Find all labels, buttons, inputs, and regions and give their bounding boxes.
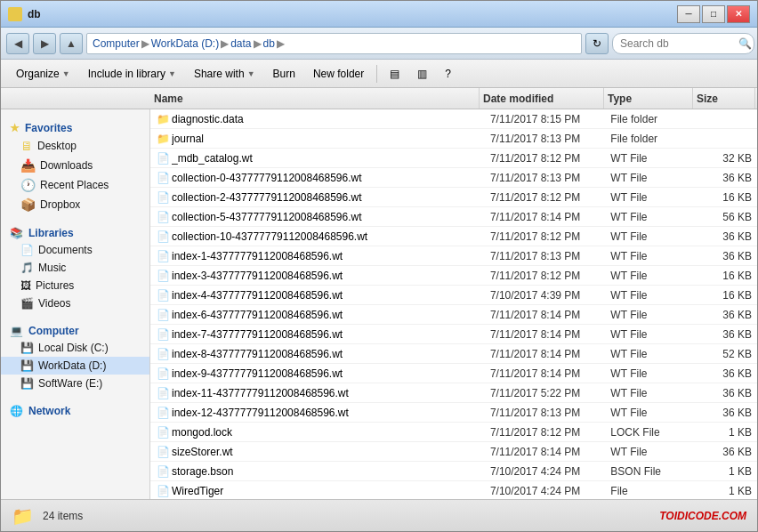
- file-row[interactable]: 📄collection-2-4377777911200846​8596.wt7/…: [150, 188, 757, 207]
- file-size: 36 KB: [697, 230, 757, 243]
- network-icon: 🌐: [10, 405, 23, 417]
- file-date: 7/11/2017 8:14 PM: [490, 446, 610, 458]
- include-library-chevron: ▼: [168, 69, 176, 78]
- local-c-icon: 💾: [20, 342, 34, 354]
- col-header-size[interactable]: Size: [693, 88, 755, 109]
- file-name: mongod.lock: [172, 426, 490, 439]
- file-row[interactable]: 📄index-6-43777779112008468596.wt7/11/201…: [150, 305, 757, 325]
- file-name: index-7-43777779112008468596.wt: [172, 328, 490, 341]
- documents-icon: 📄: [20, 244, 34, 256]
- file-icon: 📄: [154, 446, 172, 458]
- file-row[interactable]: 📄WiredTiger7/10/2017 4:24 PMFile1 KB: [150, 481, 757, 499]
- file-type: WT File: [610, 172, 697, 184]
- file-row[interactable]: 📄index-3-43777779112008468596.wt7/11/201…: [150, 266, 757, 286]
- file-size: 1 KB: [697, 465, 757, 478]
- file-name: index-11-43777779112008468596.wt: [172, 387, 490, 399]
- file-row[interactable]: 📄index-11-43777779112008468596.wt7/11/20…: [150, 383, 757, 403]
- file-row[interactable]: 📄storage.bson7/10/2017 4:24 PMBSON File1…: [150, 462, 757, 481]
- sidebar-item-music[interactable]: 🎵 Music: [1, 259, 149, 277]
- file-icon: 📄: [154, 152, 172, 165]
- help-button[interactable]: ?: [437, 63, 459, 85]
- col-header-name[interactable]: Name: [150, 88, 480, 109]
- file-row[interactable]: 📄mongod.lock7/11/2017 8:12 PMLOCK File1 …: [150, 423, 757, 442]
- file-size: 32 KB: [697, 152, 757, 165]
- share-with-button[interactable]: Share with ▼: [186, 63, 263, 85]
- sidebar-item-pictures[interactable]: 🖼 Pictures: [1, 277, 149, 294]
- file-icon: 📄: [154, 407, 172, 419]
- music-label: Music: [38, 262, 66, 274]
- file-row[interactable]: 📁diagnostic.data7/11/2017 8:15 PMFile fo…: [150, 109, 757, 129]
- file-row[interactable]: 📄collection-5-437777791120084​68596.wt7/…: [150, 207, 757, 227]
- file-size: 36 KB: [697, 446, 757, 458]
- file-row[interactable]: 📄collection-10-43777779112008468596.wt7/…: [150, 227, 757, 246]
- breadcrumb[interactable]: Computer ▶ WorkData (D:) ▶ data ▶ db ▶: [86, 33, 582, 54]
- downloads-label: Downloads: [40, 159, 93, 172]
- sidebar-item-local-c[interactable]: 💾 Local Disk (C:): [1, 339, 149, 357]
- file-name: index-12-43777779112008468596.wt: [172, 407, 490, 419]
- search-input[interactable]: [612, 33, 754, 54]
- file-date: 7/11/2017 8:12 PM: [490, 426, 610, 439]
- file-row[interactable]: 📄index-7-43777779112008468596.wt7/11/201…: [150, 325, 757, 344]
- forward-button[interactable]: ▶: [33, 33, 56, 54]
- file-row[interactable]: 📄index-4-43777779112008468596.wt7/10/201…: [150, 286, 757, 305]
- new-folder-button[interactable]: New folder: [305, 63, 372, 85]
- status-bar: 📁 24 items TOIDICODE.COM: [1, 499, 757, 531]
- close-button[interactable]: ✕: [727, 5, 750, 23]
- column-headers: Name Date modified Type Size: [1, 88, 757, 109]
- sidebar-item-desktop[interactable]: 🖥 Desktop: [1, 136, 149, 156]
- col-header-type[interactable]: Type: [604, 88, 693, 109]
- sidebar-item-software-e[interactable]: 💾 SoftWare (E:): [1, 375, 149, 392]
- sidebar-item-recent[interactable]: 🕐 Recent Places: [1, 175, 149, 195]
- file-type: WT File: [610, 328, 697, 341]
- file-row[interactable]: 📄index-8-43777779112008468596.wt7/11/201…: [150, 344, 757, 364]
- sidebar-item-dropbox[interactable]: 📦 Dropbox: [1, 195, 149, 214]
- file-row[interactable]: 📄index-1-4377777911200846​8596.wt7/11/20…: [150, 246, 757, 266]
- libraries-label: Libraries: [28, 227, 74, 239]
- sidebar-item-documents[interactable]: 📄 Documents: [1, 241, 149, 259]
- music-icon: 🎵: [20, 262, 34, 274]
- dropbox-icon: 📦: [20, 197, 36, 212]
- file-row[interactable]: 📄sizeStorer.wt7/11/2017 8:14 PMWT File36…: [150, 442, 757, 462]
- file-row[interactable]: 📄collection-0-437777791120084685​96.wt7/…: [150, 168, 757, 188]
- breadcrumb-computer[interactable]: Computer: [93, 37, 140, 50]
- file-icon: 📄: [154, 328, 172, 341]
- maximize-button[interactable]: □: [702, 5, 725, 23]
- file-type: WT File: [610, 230, 697, 243]
- back-button[interactable]: ◀: [6, 33, 29, 54]
- organize-button[interactable]: Organize ▼: [8, 63, 78, 85]
- breadcrumb-db[interactable]: db: [263, 37, 275, 50]
- file-icon: 📄: [154, 172, 172, 184]
- col-header-date[interactable]: Date modified: [480, 88, 604, 109]
- sidebar-item-downloads[interactable]: 📥 Downloads: [1, 156, 149, 175]
- file-size: 36 KB: [697, 328, 757, 341]
- include-library-button[interactable]: Include in library ▼: [80, 63, 184, 85]
- sidebar-item-videos[interactable]: 🎬 Videos: [1, 294, 149, 312]
- file-name: journal: [172, 133, 490, 145]
- refresh-button[interactable]: ↻: [585, 33, 609, 54]
- pane-button[interactable]: ▥: [409, 63, 435, 85]
- file-icon: 📄: [154, 426, 172, 439]
- up-button[interactable]: ▲: [60, 33, 83, 54]
- file-row[interactable]: 📄_mdb_catalog.wt7/11/2017 8:12 PMWT File…: [150, 149, 757, 168]
- breadcrumb-data[interactable]: data: [230, 37, 251, 50]
- minimize-button[interactable]: ─: [677, 5, 700, 23]
- file-type: WT File: [610, 348, 697, 360]
- burn-button[interactable]: Burn: [265, 63, 303, 85]
- file-row[interactable]: 📄index-9-43777779112008468596.wt7/11/201…: [150, 364, 757, 383]
- breadcrumb-workdata[interactable]: WorkData (D:): [151, 37, 219, 50]
- file-name: diagnostic.data: [172, 113, 490, 125]
- file-row[interactable]: 📄index-12-43777779112008468596.wt7/11/20…: [150, 403, 757, 423]
- file-size: 16 KB: [697, 270, 757, 282]
- file-row[interactable]: 📁journal7/11/2017 8:13 PMFile folder: [150, 129, 757, 149]
- item-count: 24 items: [43, 510, 83, 522]
- window-title: db: [28, 8, 41, 20]
- file-type: WT File: [610, 250, 697, 262]
- file-type: WT File: [610, 446, 697, 458]
- file-date: 7/11/2017 8:12 PM: [490, 270, 610, 282]
- sidebar-item-workdata-d[interactable]: 💾 WorkData (D:): [1, 357, 149, 375]
- views-button[interactable]: ▤: [382, 63, 407, 85]
- title-bar-left: db: [8, 7, 41, 21]
- file-name: index-8-43777779112008468596.wt: [172, 348, 490, 360]
- file-icon: 📄: [154, 191, 172, 204]
- file-type: File folder: [610, 113, 697, 125]
